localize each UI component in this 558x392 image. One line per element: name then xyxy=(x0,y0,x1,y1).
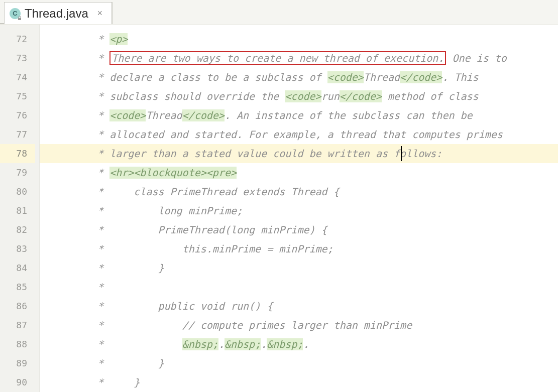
gutter-row xyxy=(40,49,81,68)
code-line[interactable]: * this.minPrime = minPrime; xyxy=(81,239,558,258)
line-number: 82 xyxy=(0,220,35,239)
gutter-row xyxy=(40,354,81,373)
line-number: 78 xyxy=(0,144,35,163)
gutter-row xyxy=(40,373,81,392)
code-line[interactable]: * long minPrime; xyxy=(81,201,558,220)
code-line[interactable]: * } xyxy=(81,258,558,278)
code-line[interactable]: * &nbsp;.&nbsp;.&nbsp;. xyxy=(81,335,558,354)
javadoc-asterisk: * xyxy=(91,186,134,198)
javadoc-text: larger than a stated value could be writ… xyxy=(109,148,442,160)
highlighted-text: There are two ways to create a new threa… xyxy=(109,51,446,65)
line-number: 85 xyxy=(0,278,35,297)
gutter-row xyxy=(40,297,81,316)
html-tag: </code> xyxy=(340,90,382,102)
gutter-row xyxy=(40,220,81,239)
gutter-row xyxy=(40,163,81,182)
gutter-row xyxy=(40,335,81,354)
code-line[interactable]: * } xyxy=(81,373,558,392)
line-number: 84 xyxy=(0,258,35,278)
javadoc-text: . This xyxy=(442,71,478,83)
class-file-icon: C xyxy=(10,8,21,19)
javadoc-asterisk: * xyxy=(91,319,182,331)
javadoc-asterisk: * xyxy=(91,357,158,369)
html-entity: &nbsp; xyxy=(225,338,261,350)
javadoc-text: PrimeThread(long minPrime) { xyxy=(158,224,327,236)
line-number: 72 xyxy=(0,30,35,49)
gutter-row xyxy=(40,125,81,144)
gutter-row xyxy=(40,316,81,335)
line-number: 89 xyxy=(0,354,35,373)
code-line[interactable]: * public void run() { xyxy=(81,297,558,316)
javadoc-asterisk: * xyxy=(91,224,158,236)
javadoc-asterisk: * xyxy=(91,90,109,102)
line-number: 75 xyxy=(0,87,35,106)
html-tag: <code> xyxy=(327,71,364,83)
javadoc-text: . xyxy=(303,338,309,350)
html-tag: </code> xyxy=(182,109,225,121)
gutter-row xyxy=(40,68,81,87)
lock-icon xyxy=(17,15,23,21)
javadoc-text: class PrimeThread extends Thread { xyxy=(134,186,339,198)
gutter-row xyxy=(40,258,81,278)
html-tag: <code> xyxy=(109,109,146,121)
javadoc-asterisk: * xyxy=(91,262,158,274)
gutter-row xyxy=(40,30,81,49)
line-number: 90 xyxy=(0,373,35,392)
javadoc-asterisk: * xyxy=(91,109,109,121)
code-line[interactable]: * <p> xyxy=(81,30,558,49)
gutter-row xyxy=(40,144,81,163)
text-caret xyxy=(401,146,402,161)
html-tag: <p> xyxy=(109,33,128,45)
code-line[interactable]: * larger than a stated value could be wr… xyxy=(81,144,558,163)
javadoc-asterisk: * xyxy=(91,148,109,160)
line-number: 74 xyxy=(0,68,35,87)
gutter-margin xyxy=(39,25,81,392)
code-line[interactable]: * xyxy=(81,278,558,297)
html-tag: </code> xyxy=(400,71,442,83)
gutter-row xyxy=(40,182,81,201)
javadoc-text: One is to xyxy=(446,52,506,64)
javadoc-asterisk: * xyxy=(91,128,109,141)
code-line[interactable]: * There are two ways to create a new thr… xyxy=(81,49,558,68)
code-line[interactable]: * PrimeThread(long minPrime) { xyxy=(81,220,558,239)
javadoc-text: } xyxy=(158,262,164,274)
line-number-gutter: 72737475767778798081828384858687888990 xyxy=(0,25,39,392)
file-tab[interactable]: C Thread.java × xyxy=(4,2,112,24)
gutter-row xyxy=(40,278,81,297)
javadoc-text: this.minPrime = minPrime; xyxy=(182,243,333,255)
gutter-row xyxy=(40,239,81,258)
code-line[interactable]: * subclass should override the <code>run… xyxy=(81,87,558,106)
javadoc-asterisk: * xyxy=(91,33,109,45)
code-area[interactable]: * <p> * There are two ways to create a n… xyxy=(81,25,558,392)
code-line[interactable]: * } xyxy=(81,354,558,373)
javadoc-text: method of class xyxy=(382,90,479,102)
javadoc-text: . An instance of the subclass can then b… xyxy=(225,109,473,121)
tab-close-button[interactable]: × xyxy=(95,9,104,18)
code-line[interactable]: * // compute primes larger than minPrime xyxy=(81,316,558,335)
javadoc-asterisk: * xyxy=(91,300,158,312)
javadoc-text: Thread xyxy=(364,71,400,83)
code-line[interactable]: * <hr><blockquote><pre> xyxy=(81,163,558,182)
code-line[interactable]: * declare a class to be a subclass of <c… xyxy=(81,68,558,87)
line-number: 76 xyxy=(0,106,35,125)
html-tag: <code> xyxy=(285,90,321,102)
line-number: 81 xyxy=(0,201,35,220)
javadoc-text: } xyxy=(134,376,140,388)
javadoc-text: long minPrime; xyxy=(158,205,243,217)
javadoc-text: . xyxy=(261,338,267,350)
line-number: 79 xyxy=(0,163,35,182)
code-line[interactable]: * <code>Thread</code>. An instance of th… xyxy=(81,106,558,125)
line-number: 73 xyxy=(0,49,35,68)
javadoc-asterisk: * xyxy=(91,243,182,255)
javadoc-text: run xyxy=(321,90,340,102)
code-editor[interactable]: 72737475767778798081828384858687888990 *… xyxy=(0,24,558,392)
javadoc-asterisk: * xyxy=(91,205,158,217)
javadoc-text: subclass should override the xyxy=(109,90,285,102)
javadoc-asterisk: * xyxy=(91,376,134,388)
code-line[interactable]: * class PrimeThread extends Thread { xyxy=(81,182,558,201)
javadoc-text: . xyxy=(218,338,225,350)
code-line[interactable]: * allocated and started. For example, a … xyxy=(81,125,558,144)
tab-bar-empty[interactable] xyxy=(112,2,558,24)
javadoc-text: Thread xyxy=(146,109,182,121)
html-tag: <hr><blockquote><pre> xyxy=(109,167,237,179)
